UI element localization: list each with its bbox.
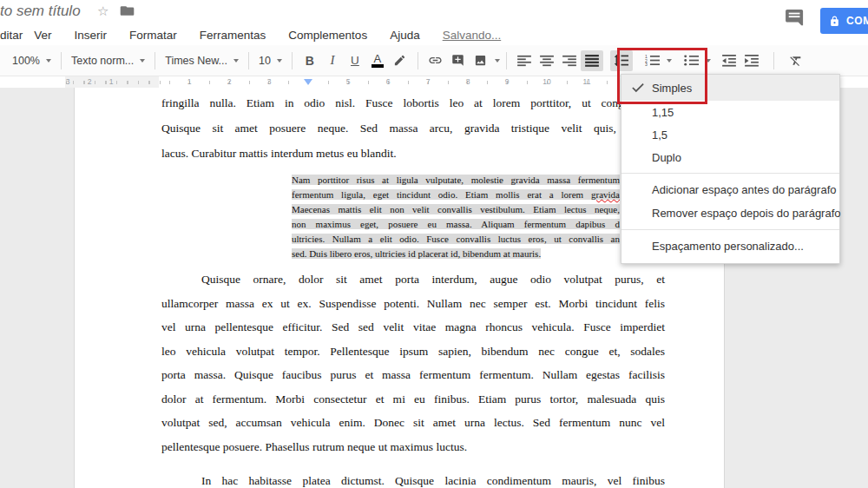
saving-status[interactable]: Salvando... <box>443 29 502 42</box>
text-line: vel urna pellentesque efficitur. Sed sed… <box>161 315 665 340</box>
underline-button[interactable]: U <box>344 50 366 71</box>
numbered-list-button[interactable]: 123 <box>641 50 664 71</box>
toolbar-separator <box>61 52 62 69</box>
insert-link-button[interactable] <box>424 50 447 71</box>
edit-pen-icon[interactable] <box>389 50 411 71</box>
menu-ajuda[interactable]: Ajuda <box>390 29 420 42</box>
ruler-margin-segment: 3 2 1 <box>65 76 159 88</box>
selected-text-line: ultricies. Nullam a elit odio. Fusce con… <box>292 234 620 244</box>
align-center-button[interactable] <box>536 50 558 71</box>
menu-ferramentas[interactable]: Ferramentas <box>200 29 266 42</box>
add-comment-button[interactable] <box>447 50 470 71</box>
toolbar-separator <box>155 52 155 69</box>
toolbar-separator <box>248 52 249 69</box>
text-line: Quisque ornare, dolor sit amet porta int… <box>161 267 665 292</box>
align-left-button[interactable] <box>513 50 536 71</box>
font-size-select[interactable]: 10 <box>255 50 286 71</box>
folder-icon[interactable] <box>120 5 135 16</box>
toolbar-separator <box>773 52 774 69</box>
menubar: ditar Ver Inserir Formatar Ferramentas C… <box>0 24 868 45</box>
paragraph-3: Quisque ornare, dolor sit amet porta int… <box>161 267 665 458</box>
menu-separator <box>621 173 839 174</box>
bulleted-list-chevron-icon[interactable] <box>706 59 711 63</box>
menu-option-115[interactable]: 1,15 <box>621 101 839 123</box>
image-chevron-down-icon[interactable] <box>495 59 500 63</box>
decrease-indent-button[interactable] <box>718 50 740 71</box>
font-family-select[interactable]: Times New... <box>161 50 242 71</box>
chevron-down-icon <box>233 59 239 63</box>
chevron-down-icon <box>277 59 282 63</box>
justify-button[interactable] <box>581 50 603 71</box>
paragraph-4: In hac habitasse platea dictumst. Quisqu… <box>161 469 665 488</box>
menu-formatar[interactable]: Formatar <box>129 29 177 42</box>
menu-ver[interactable]: Ver <box>34 29 51 42</box>
selected-text-line: sed. Duis libero eros, ultricies id plac… <box>292 248 541 259</box>
toolbar: 100% Texto norm... Times New... 10 B I U… <box>0 45 868 76</box>
paragraph-style-select[interactable]: Texto norm... <box>68 50 148 71</box>
text-line: lacus. Curabitur mattis interdum metus e… <box>161 141 665 166</box>
italic-button[interactable]: I <box>321 50 344 71</box>
bold-button[interactable]: B <box>299 50 321 71</box>
line-spacing-menu: Simples 1,15 1,5 Duplo Adicionar espaço … <box>621 74 840 264</box>
chevron-down-icon <box>140 59 145 63</box>
paragraph-1: fringilla nulla. Etiam in odio nisl. Fus… <box>161 90 665 166</box>
svg-text:3: 3 <box>645 62 648 67</box>
chevron-down-icon <box>46 59 51 63</box>
menu-remove-space-after[interactable]: Remover espaço depois do parágrafo <box>621 201 839 225</box>
first-line-indent-marker[interactable] <box>304 79 312 85</box>
titlebar: to sem título ☆ COM <box>0 0 868 24</box>
menu-option-simples[interactable]: Simples <box>621 75 839 101</box>
misspelled-word[interactable]: gravida <box>591 189 620 200</box>
menu-editar[interactable]: ditar <box>0 29 23 42</box>
selected-text-line: fermentum ligula, eget tincidunt odio. E… <box>292 189 591 200</box>
menu-custom-spacing[interactable]: Espaçamento personalizado... <box>621 234 839 258</box>
text-line: volutpat sed, accumsan vehicula enim. Do… <box>161 411 665 435</box>
selected-text-line: Nam porttitor risus at ligula vulputate,… <box>292 175 620 185</box>
checkmark-icon <box>632 83 644 93</box>
star-icon[interactable]: ☆ <box>97 3 108 19</box>
toolbar-separator <box>292 52 293 69</box>
align-right-button[interactable] <box>558 50 581 71</box>
menu-option-15[interactable]: 1,5 <box>621 123 839 146</box>
menu-option-duplo[interactable]: Duplo <box>621 146 839 168</box>
google-docs-app: to sem título ☆ COM ditar Ver Inserir Fo… <box>0 0 868 488</box>
text-line: leo vehicula volutpat tempor. Pellentesq… <box>161 340 665 364</box>
document-text: fringilla nulla. Etiam in odio nisl. Fus… <box>161 88 665 488</box>
toolbar-separator <box>506 52 507 69</box>
clear-formatting-button[interactable] <box>785 50 807 71</box>
numbered-list-chevron-icon[interactable] <box>667 59 672 63</box>
menu-complementos[interactable]: Complementos <box>288 29 367 42</box>
text-line: porta massa. Quisque faucibus purus et m… <box>161 363 665 387</box>
text-line: fringilla nulla. Etiam in odio nisl. Fus… <box>161 90 665 115</box>
menu-add-space-before[interactable]: Adicionar espaço antes do parágrafo <box>621 178 839 201</box>
text-line: ullamcorper massa ex ut ex. Suspendisse … <box>161 292 665 316</box>
text-color-button[interactable]: A <box>366 50 389 71</box>
document-title[interactable]: to sem título <box>0 3 81 20</box>
text-line: pellentesque posuere. Phasellus rutrum n… <box>161 435 665 459</box>
text-line: dolor at fermentum. Morbi consectetur et… <box>161 387 665 412</box>
menu-separator <box>621 229 839 230</box>
text-line: Quisque sit amet posuere neque. Sed mass… <box>161 115 665 141</box>
insert-image-button[interactable] <box>470 50 492 71</box>
text-line: In hac habitasse platea dictumst. Quisqu… <box>161 469 665 488</box>
selected-text-line: non maximus eget, posuere eu massa. Aliq… <box>292 219 620 229</box>
increase-indent-button[interactable] <box>740 50 763 71</box>
selected-text-line: Maecenas mattis elit non velit convallis… <box>292 204 620 214</box>
bulleted-list-button[interactable] <box>681 50 703 71</box>
line-spacing-button[interactable] <box>610 50 633 71</box>
zoom-select[interactable]: 100% <box>9 50 55 71</box>
toolbar-separator <box>418 52 418 69</box>
menu-inserir[interactable]: Inserir <box>75 29 108 42</box>
selected-paragraph[interactable]: Nam porttitor risus at ligula vulputate,… <box>292 173 620 261</box>
